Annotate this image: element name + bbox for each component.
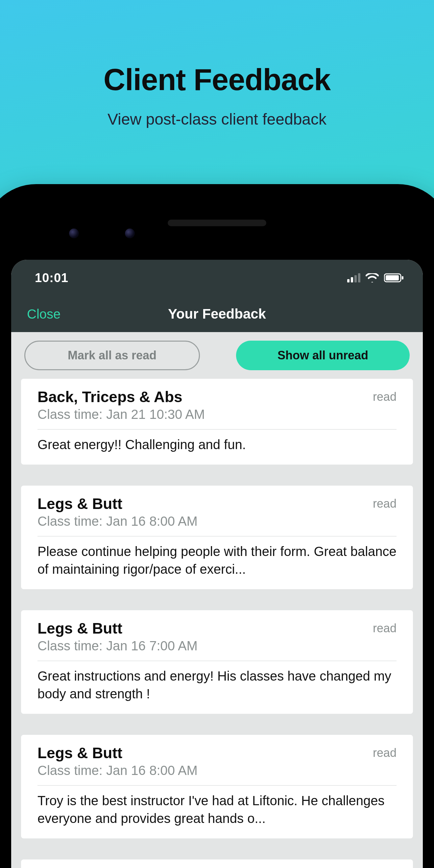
feedback-read-status: read	[373, 390, 397, 404]
promo-title: Client Feedback	[103, 62, 331, 97]
battery-icon	[384, 273, 404, 282]
phone-camera	[125, 228, 135, 238]
svg-rect-5	[386, 275, 399, 280]
feedback-card[interactable]: Back, Triceps & Abs read Class time: Jan…	[21, 379, 413, 465]
feedback-body: Please continue helping people with thei…	[37, 542, 397, 578]
phone-camera	[69, 228, 79, 238]
feedback-class-time: Class time: Jan 16 8:00 AM	[37, 763, 397, 778]
feedback-body: Great instructions and energy! His class…	[37, 667, 397, 703]
feedback-read-status: read	[373, 621, 397, 635]
mark-all-read-button[interactable]: Mark all as read	[24, 341, 200, 370]
feedback-card[interactable]: Legs & Butt read Class time: Jan 16 7:00…	[21, 610, 413, 714]
divider	[37, 660, 397, 661]
feedback-class-title: Legs & Butt	[37, 744, 122, 762]
svg-rect-0	[347, 279, 349, 282]
divider	[37, 536, 397, 536]
feedback-class-title: Back, Triceps & Abs	[37, 388, 183, 406]
feedback-card[interactable]: Legs & Butt read Class time: Jan 16 8:00…	[21, 486, 413, 589]
feedback-card[interactable]: Legs & Butt read Class time: Jan 16 8:00…	[21, 735, 413, 838]
status-time: 10:01	[27, 271, 68, 285]
page-title: Your Feedback	[11, 306, 423, 322]
nav-bar: Close Your Feedback	[11, 296, 423, 332]
cellular-signal-icon	[347, 273, 360, 282]
feedback-read-status: read	[373, 497, 397, 510]
feedback-list[interactable]: Back, Triceps & Abs read Class time: Jan…	[11, 379, 423, 868]
divider	[37, 785, 397, 786]
status-icons	[347, 273, 407, 282]
feedback-class-title: Legs & Butt	[37, 495, 122, 513]
promo-subtitle: View post-class client feedback	[107, 110, 327, 128]
svg-rect-6	[402, 276, 403, 279]
feedback-class-time: Class time: Jan 16 7:00 AM	[37, 639, 397, 653]
phone-speaker	[168, 220, 266, 226]
wifi-icon	[366, 273, 379, 282]
feedback-class-time: Class time: Jan 16 8:00 AM	[37, 514, 397, 529]
phone-screen: 10:01	[11, 260, 423, 868]
feedback-card[interactable]: Legs & Butt read Class time: Jan 16 7:00…	[21, 860, 413, 868]
status-bar: 10:01	[11, 260, 423, 296]
svg-rect-1	[351, 277, 353, 282]
action-row: Mark all as read Show all unread	[11, 332, 423, 379]
show-all-unread-button[interactable]: Show all unread	[236, 341, 410, 370]
phone-frame: 10:01	[0, 184, 434, 868]
close-button[interactable]: Close	[27, 307, 61, 321]
svg-rect-3	[358, 273, 360, 282]
feedback-body: Troy is the best instructor I've had at …	[37, 792, 397, 827]
feedback-class-time: Class time: Jan 21 10:30 AM	[37, 407, 397, 422]
divider	[37, 429, 397, 430]
svg-rect-2	[354, 275, 357, 282]
feedback-class-title: Legs & Butt	[37, 619, 122, 637]
feedback-read-status: read	[373, 746, 397, 760]
feedback-body: Great energy!! Challenging and fun.	[37, 436, 397, 454]
